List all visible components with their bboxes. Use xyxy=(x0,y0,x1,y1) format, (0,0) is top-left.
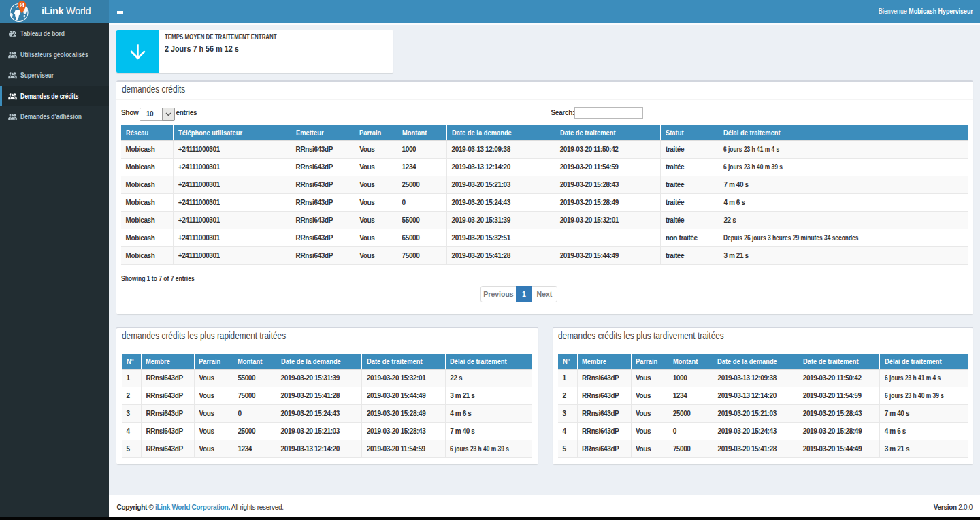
svg-text:$: $ xyxy=(20,3,23,8)
